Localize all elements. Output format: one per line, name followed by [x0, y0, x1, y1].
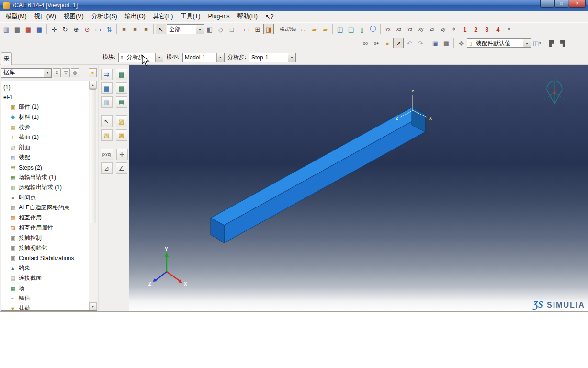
tree-item[interactable]: ▤Steps (2) [1, 162, 89, 172]
color-pen-icon[interactable]: ↗ [393, 38, 404, 48]
beam-side-face[interactable] [224, 114, 425, 243]
tree-item[interactable]: ▧相互作用 [1, 213, 89, 223]
annotation-manager-icon[interactable]: ▱ [298, 24, 308, 34]
tree-item[interactable]: ▲约束 [1, 263, 89, 273]
search-icon[interactable]: ◎ [71, 68, 79, 77]
edit-attributes-icon[interactable]: ▨ [116, 115, 127, 127]
print-icon[interactable]: ▤ [12, 24, 23, 34]
perspective-icon[interactable]: ◨ [263, 24, 274, 34]
magnify-view-icon[interactable]: ⊕ [71, 24, 81, 34]
chevron-down-icon[interactable]: ▼ [288, 53, 295, 62]
menu-tools[interactable]: 工具(T) [177, 11, 204, 22]
message-area[interactable] [0, 311, 588, 368]
menu-step[interactable]: 分析步(S) [88, 11, 121, 22]
chevron-down-icon[interactable]: ▼ [523, 39, 531, 47]
lightbulb-icon[interactable]: ● [89, 68, 97, 77]
auto-fit-view-icon[interactable]: ⇅ [104, 24, 114, 34]
datum-cube-blue-icon[interactable]: ◫ [335, 24, 345, 34]
create-history-output-icon[interactable]: ▥ [101, 96, 113, 108]
rotate-view-icon[interactable]: ↻ [60, 24, 70, 34]
tree-item[interactable]: I截面 (1) [1, 132, 89, 142]
tree-item[interactable]: ▧剖面 [1, 142, 89, 152]
tree-scrollbar[interactable]: ▲ ▼ [89, 81, 97, 310]
page-green-icon[interactable]: ▯ [357, 24, 367, 34]
chevron-down-icon[interactable]: ▼ [44, 69, 51, 77]
history-output-manager-icon[interactable]: ▤ [116, 96, 127, 108]
query-ladder-icon-1[interactable]: ≡ [119, 24, 129, 34]
step-combo[interactable]: Step-1 ▼ [249, 53, 296, 62]
tree-item[interactable]: ▼载荷 [1, 303, 89, 310]
dynamic-zoom-icon[interactable]: ⊙ [82, 24, 92, 34]
tree-item[interactable]: ▨装配 [1, 152, 89, 162]
tree-item[interactable]: ▦场 [1, 283, 89, 293]
render-shaded-icon[interactable]: ◧ [204, 24, 215, 34]
folder-icon[interactable]: ▰ [320, 24, 330, 34]
filter-icon[interactable]: ▽ [62, 68, 70, 77]
results-tab[interactable]: 果 [1, 52, 12, 65]
tree-item[interactable]: ▦校验 [1, 122, 89, 132]
select-cursor-icon[interactable]: ↖ [156, 24, 166, 34]
adaptive-mesh-icon[interactable]: ▧ [101, 129, 113, 141]
tree-item[interactable]: ▨相互作用属性 [1, 223, 89, 233]
render-shell-thickness-icon[interactable]: o● [371, 38, 382, 48]
view-yz-icon[interactable]: Yz [405, 24, 415, 34]
spinner-icon[interactable]: ⇕ [119, 55, 124, 60]
view-preset-4[interactable]: 4 [493, 24, 503, 34]
chevron-down-icon[interactable]: ▼ [155, 53, 163, 62]
datum-cube-teal-icon[interactable]: ◫ [346, 24, 356, 34]
view-preset-3[interactable]: 3 [482, 24, 492, 34]
tree-item[interactable]: ▣接触控制 [1, 233, 89, 243]
viewport-layout-icon[interactable]: ▛ [546, 38, 557, 48]
viewport[interactable]: Y X Z Y X Z y x z ƷS [129, 65, 588, 311]
step-manager-icon[interactable]: ▤ [116, 69, 127, 80]
view-xy-icon[interactable]: Yx [383, 24, 393, 34]
pan-view-icon[interactable]: ✛ [49, 24, 59, 34]
annotation-red-icon[interactable]: ▦ [23, 24, 34, 34]
module-combo[interactable]: ⇕ 分析步 ▼ [118, 53, 163, 62]
beam-top-face[interactable] [211, 107, 425, 225]
chevron-down-icon[interactable]: ▾ [539, 41, 541, 45]
field-output-manager-icon[interactable]: ▤ [116, 82, 127, 94]
save-icon[interactable]: ▥ [1, 24, 11, 34]
folder-open-icon[interactable]: ▰ [309, 24, 319, 34]
chevron-down-icon[interactable]: ▼ [196, 25, 204, 34]
viewport-tile-icon[interactable]: ▜ [557, 38, 568, 48]
measure-icon[interactable]: ⊞ [252, 24, 263, 34]
xyz-coordinates-icon[interactable]: (XYZ) [101, 149, 113, 160]
display-group-cube-icon[interactable]: ◫▾ [531, 38, 542, 48]
tree-item[interactable]: ▣部件 (1) [1, 102, 89, 112]
minimize-button[interactable]: — [540, 0, 554, 8]
tree-item[interactable]: ~幅值 [1, 293, 89, 303]
selection-scope-combo[interactable]: 全部 ▼ [167, 24, 204, 34]
close-button[interactable]: ✕ [569, 0, 586, 8]
scroll-down-icon[interactable]: ▼ [89, 302, 97, 310]
render-hidden-icon[interactable]: ◇ [215, 24, 226, 34]
rotate-axis-icon[interactable]: ⊿ [101, 162, 113, 174]
scrollbar-thumb[interactable] [90, 89, 96, 223]
angle-axis-icon[interactable]: ∠ [116, 162, 127, 174]
view-cut-icon[interactable]: ▭ [241, 24, 252, 34]
menu-plugins[interactable]: Plug-ins [204, 12, 233, 21]
view-preset-2[interactable]: 2 [471, 24, 481, 34]
menu-other[interactable]: 其它(E) [149, 11, 177, 22]
menu-output[interactable]: 输出(O) [121, 11, 149, 22]
context-help-icon[interactable]: ↖? [261, 12, 277, 22]
tree-item[interactable]: ●时间点 [1, 193, 89, 203]
menu-model[interactable]: 模型(M) [2, 11, 31, 22]
annotation-blue-icon[interactable]: ▦ [34, 24, 45, 34]
datum-csys-icon[interactable]: ✛ [116, 149, 128, 160]
specify-view-icon[interactable]: ⌖ [449, 24, 459, 34]
tree-item[interactable]: (1) [1, 82, 89, 92]
tree-item[interactable]: ▣Contact Stabilizations [1, 253, 89, 263]
adaptive-mesh-manager-icon[interactable]: ▩ [116, 129, 127, 141]
menu-viewport[interactable]: 视口(W) [31, 11, 60, 22]
view-compass[interactable]: y x z [544, 77, 565, 104]
render-beam-profiles-icon[interactable]: oo [360, 38, 371, 48]
scroll-up-icon[interactable]: ▲ [89, 81, 97, 89]
redo-icon[interactable]: ↷ [415, 38, 426, 48]
create-step-icon[interactable]: ⇉ [101, 69, 113, 80]
color-code-icon[interactable]: ❖ [456, 38, 466, 48]
sphere-yellow-icon[interactable]: ● [382, 38, 393, 48]
tree-item[interactable]: ▤连接截面 [1, 273, 89, 283]
select-entities-icon[interactable]: ↖ [101, 115, 113, 127]
